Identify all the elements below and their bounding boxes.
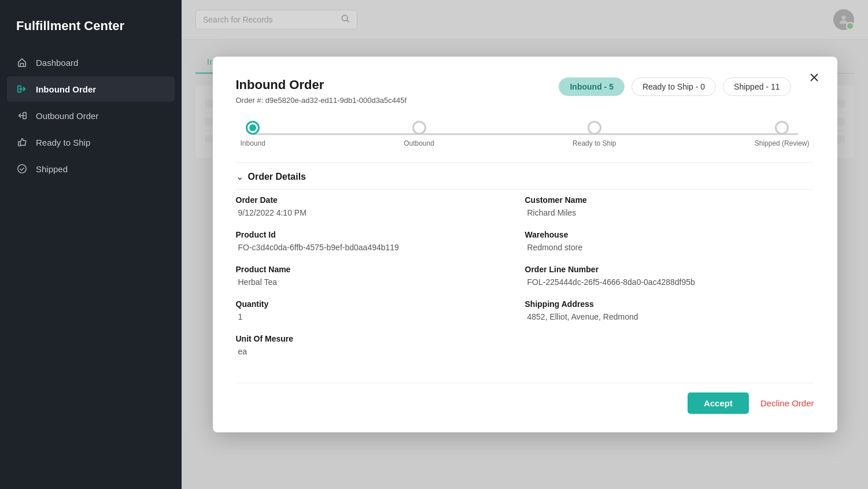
field-order-line-number-value: FOL-225444dc-26f5-4666-8da0-0ac4288df95b [525,277,814,287]
modal-title-block: Inbound Order Order #: d9e5820e-ad32-ed1… [236,77,407,105]
sidebar-item-outbound-order-label: Outbound Order [36,111,98,121]
sidebar-nav: Dashboard Inbound Order Outbound Order [0,50,182,181]
progress-step-shipped-review: Shipped (Review) [755,121,810,147]
check-circle-icon [16,163,28,175]
sidebar-item-shipped[interactable]: Shipped [7,156,175,181]
modal: Inbound Order Order #: d9e5820e-ad32-ed1… [213,57,837,432]
field-quantity: Quantity 1 [236,299,525,321]
field-shipping-address: Shipping Address 4852, Elliot, Avenue, R… [525,299,814,321]
progress-section: Inbound Outbound Ready to Ship [236,121,814,152]
field-order-line-number: Order Line Number FOL-225444dc-26f5-4666… [525,265,814,287]
field-quantity-value: 1 [236,312,525,321]
field-customer-name-label: Customer Name [525,195,814,205]
field-customer-name: Customer Name Richard Miles [525,195,814,217]
field-product-id: Product Id FO-c3d4c0da-6ffb-4575-b9ef-bd… [236,230,525,252]
progress-step-ready: Ready to Ship [572,121,616,147]
sidebar: Fulfillment Center Dashboard Inbound Ord… [0,0,182,489]
arrow-in-icon [16,83,28,95]
decline-order-button[interactable]: Decline Order [760,398,814,408]
sidebar-item-ready-to-ship-label: Ready to Ship [36,138,90,147]
field-unit-of-measure: Unit Of Mesure ea [236,334,525,356]
step-circle-ready [588,121,601,135]
step-label-ready: Ready to Ship [572,139,616,147]
order-details-section-title: Order Details [248,172,306,182]
field-warehouse: Warehouse Redmond store [525,230,814,252]
field-product-name: Product Name Herbal Tea [236,265,525,287]
field-shipping-address-value: 4852, Elliot, Avenue, Redmond [525,312,814,321]
badge-inbound: Inbound - 5 [559,77,624,96]
step-label-inbound: Inbound [241,139,265,147]
modal-overlay: Inbound Order Order #: d9e5820e-ad32-ed1… [182,0,868,489]
main-content: Inbound Ready to Ship Shipped Inbound Or… [182,0,868,489]
field-quantity-label: Quantity [236,299,525,309]
step-circle-shipped-review [775,121,789,135]
step-label-outbound: Outbound [404,139,434,147]
sidebar-item-dashboard-label: Dashboard [36,58,78,68]
progress-track: Inbound Outbound Ready to Ship [236,121,814,147]
home-icon [16,57,28,68]
arrow-out-icon [16,110,28,121]
field-order-date-value: 9/12/2022 4:10 PM [236,208,525,217]
field-unit-of-measure-value: ea [236,347,525,356]
field-order-line-number-label: Order Line Number [525,265,814,274]
field-warehouse-label: Warehouse [525,230,814,239]
sidebar-item-outbound-order[interactable]: Outbound Order [7,103,175,128]
modal-status-badges: Inbound - 5 Ready to Ship - 0 Shipped - … [559,77,791,96]
step-circle-outbound [412,121,426,135]
modal-close-button[interactable] [805,68,823,87]
modal-title: Inbound Order [236,77,407,92]
sidebar-item-dashboard[interactable]: Dashboard [7,50,175,75]
app-title: Fulfillment Center [0,0,182,50]
field-product-id-value: FO-c3d4c0da-6ffb-4575-b9ef-bd0aa494b119 [236,243,525,252]
modal-header: Inbound Order Order #: d9e5820e-ad32-ed1… [236,77,814,105]
field-order-date: Order Date 9/12/2022 4:10 PM [236,195,525,217]
field-unit-of-measure-label: Unit Of Mesure [236,334,525,343]
badge-ready-to-ship: Ready to Ship - 0 [631,77,716,96]
field-product-id-label: Product Id [236,230,525,239]
order-details-header[interactable]: ⌄ Order Details [236,162,814,189]
field-warehouse-value: Redmond store [525,243,814,252]
modal-order-id: Order #: d9e5820e-ad32-ed11-9db1-000d3a5… [236,96,407,105]
sidebar-item-inbound-order-label: Inbound Order [36,84,96,94]
field-product-name-label: Product Name [236,265,525,274]
badge-shipped: Shipped - 11 [723,77,791,96]
svg-point-2 [18,165,26,173]
sidebar-item-ready-to-ship[interactable]: Ready to Ship [7,129,175,155]
detail-col-right: Customer Name Richard Miles Warehouse Re… [525,195,814,369]
field-order-date-label: Order Date [236,195,525,205]
step-circle-inbound [246,121,260,135]
sidebar-item-inbound-order[interactable]: Inbound Order [7,76,175,102]
modal-footer: Accept Decline Order [236,383,814,414]
sidebar-item-shipped-label: Shipped [36,164,68,174]
progress-steps: Inbound Outbound Ready to Ship [241,121,810,147]
chevron-down-icon: ⌄ [236,171,243,182]
field-product-name-value: Herbal Tea [236,277,525,287]
accept-button[interactable]: Accept [688,392,749,414]
step-label-shipped-review: Shipped (Review) [755,139,810,147]
progress-step-outbound: Outbound [404,121,434,147]
field-customer-name-value: Richard Miles [525,208,814,217]
detail-col-left: Order Date 9/12/2022 4:10 PM Product Id … [236,195,525,369]
progress-step-inbound: Inbound [241,121,265,147]
order-details-grid: Order Date 9/12/2022 4:10 PM Product Id … [236,189,814,369]
field-shipping-address-label: Shipping Address [525,299,814,309]
thumbs-up-icon [16,136,28,148]
